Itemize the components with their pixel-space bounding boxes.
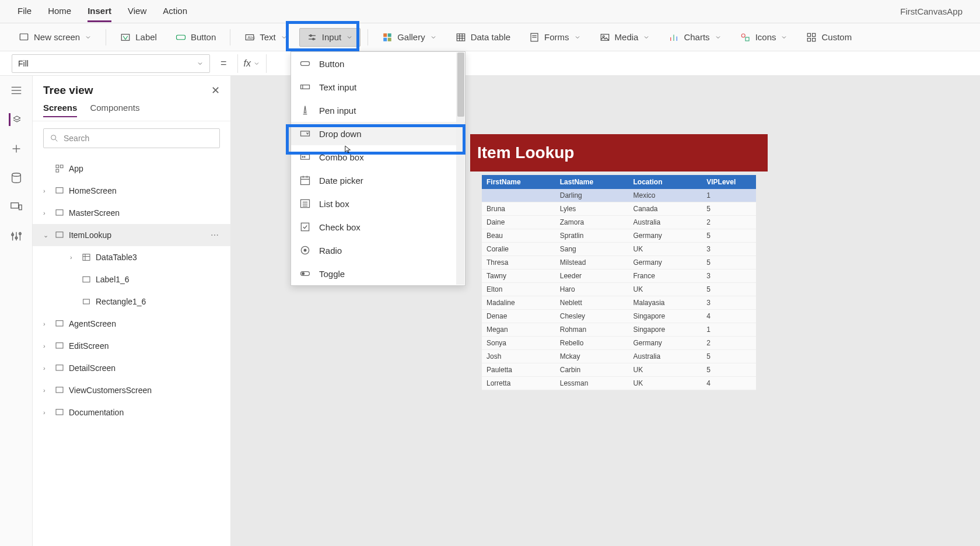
ribbon-new-screen[interactable]: New screen (12, 29, 99, 46)
table-row[interactable]: PaulettaCarbinUK5 (482, 363, 756, 377)
layers-icon[interactable] (9, 113, 22, 126)
dropdown-item-toggle[interactable]: Toggle (291, 262, 465, 285)
svg-rect-10 (388, 33, 391, 37)
ribbon-charts[interactable]: Charts (662, 29, 728, 46)
table-row[interactable]: DaineZamoraAustralia2 (482, 216, 756, 229)
tree-detailscreen[interactable]: › DetailScreen (33, 357, 230, 379)
tree-itemlookup[interactable]: ⌄ ItemLookup ⋯ (33, 224, 230, 246)
ribbon-button[interactable]: Button (169, 29, 223, 46)
svg-rect-30 (808, 38, 811, 41)
table-row[interactable]: DenaeChesleySingapore4 (482, 310, 756, 323)
table-row[interactable]: DarlingMexico1 (482, 189, 756, 202)
dropdown-item-drop-down[interactable]: Drop down (291, 122, 465, 145)
svg-rect-81 (301, 223, 309, 230)
property-dropdown[interactable]: Fill (12, 54, 210, 73)
tree-homescreen[interactable]: › HomeScreen (33, 180, 230, 202)
screen-icon (55, 186, 64, 195)
menu-insert[interactable]: Insert (88, 1, 111, 22)
svg-rect-31 (813, 38, 816, 41)
table-row[interactable]: JoshMckayAustralia5 (482, 350, 756, 363)
menu-action[interactable]: Action (163, 1, 187, 22)
svg-rect-62 (56, 365, 63, 370)
table-row[interactable]: CoralieSangUK3 (482, 243, 756, 256)
tree-label1-6[interactable]: Label1_6 (33, 268, 230, 290)
table-row[interactable]: TawnyLeederFrance3 (482, 270, 756, 283)
chevron-down-icon (346, 34, 353, 41)
lookup-header: Item Lookup (470, 134, 768, 172)
ribbon-input[interactable]: Input (299, 28, 360, 47)
ribbon: New screen Label Button Abc Text Input G… (0, 23, 980, 51)
dropdown-item-button[interactable]: Button (291, 52, 465, 75)
settings-icon[interactable] (10, 230, 23, 243)
table-row[interactable]: SonyaRebelloGermany2 (482, 337, 756, 350)
menubar: File Home Insert View Action FirstCanvas… (0, 0, 980, 23)
scrollbar-thumb[interactable] (457, 52, 464, 117)
dropdown-item-pen-input[interactable]: Pen input (291, 99, 465, 122)
tree-agentscreen[interactable]: › AgentScreen (33, 313, 230, 335)
table-row[interactable]: MeganRohmanSingapore1 (482, 323, 756, 337)
database-icon[interactable] (10, 172, 23, 184)
ribbon-text[interactable]: Abc Text (237, 29, 295, 46)
table-row[interactable]: MadalineNeblettMalayasia3 (482, 296, 756, 310)
menu-home[interactable]: Home (48, 1, 71, 22)
svg-rect-54 (56, 232, 63, 237)
tree-rectangle1-6[interactable]: Rectangle1_6 (33, 290, 230, 313)
search-input[interactable]: Search (43, 128, 220, 148)
close-icon[interactable]: ✕ (211, 84, 220, 97)
mouse-cursor-icon (344, 144, 352, 155)
tab-screens[interactable]: Screens (43, 103, 77, 117)
svg-rect-51 (56, 169, 59, 172)
hamburger-icon[interactable] (10, 84, 23, 97)
ribbon-datatable[interactable]: Data table (449, 29, 517, 46)
tab-components[interactable]: Components (90, 103, 139, 117)
dropdown-item-combo-box[interactable]: Combo box (291, 145, 465, 169)
table-row[interactable]: EltonHaroUK5 (482, 283, 756, 296)
sliders-icon (307, 32, 317, 43)
plus-icon[interactable] (10, 142, 23, 155)
menu-view[interactable]: View (128, 1, 146, 22)
dropdown-item-radio[interactable]: Radio (291, 239, 465, 262)
ribbon-label: New screen (34, 32, 80, 42)
dropdown-item-check-box[interactable]: Check box (291, 215, 465, 239)
menu-file[interactable]: File (18, 1, 32, 22)
tree-masterscreen[interactable]: › MasterScreen (33, 202, 230, 224)
ribbon-label[interactable]: Label (113, 29, 164, 46)
tree-app[interactable]: App (33, 158, 230, 180)
table-icon (82, 253, 91, 262)
ribbon-media[interactable]: Media (593, 29, 657, 46)
fx-button[interactable]: fx (237, 54, 267, 73)
dropdown-item-text-input[interactable]: Text input (291, 75, 465, 99)
dropdown-item-list-box[interactable]: List box (291, 192, 465, 215)
screen-icon (55, 341, 64, 351)
tree-editscreen[interactable]: › EditScreen (33, 335, 230, 357)
table-row[interactable]: LorrettaLessmanUK4 (482, 377, 756, 390)
devices-icon[interactable] (10, 201, 23, 214)
table-row[interactable]: BeauSpratlinGermany5 (482, 229, 756, 243)
table-row[interactable]: BrunaLylesCanada5 (482, 202, 756, 216)
svg-rect-73 (301, 177, 310, 184)
text-icon: Abc (244, 32, 255, 43)
svg-rect-0 (20, 34, 28, 40)
table-row[interactable]: ThresaMilsteadGermany5 (482, 256, 756, 270)
ribbon-icons[interactable]: Icons (733, 29, 795, 46)
svg-point-85 (302, 272, 304, 275)
dropdown-item-date-picker[interactable]: Date picker (291, 169, 465, 192)
tree-viewcustomersscreen[interactable]: › ViewCustomersScreen (33, 379, 230, 401)
chart-icon (668, 32, 679, 43)
tree-documentation[interactable]: › Documentation (33, 401, 230, 424)
search-icon (50, 134, 59, 143)
ribbon-forms[interactable]: Forms (522, 29, 588, 46)
tree-datatable3[interactable]: › DataTable3 (33, 246, 230, 268)
text-input-icon (299, 81, 311, 93)
chevron-down-icon (430, 34, 437, 41)
ribbon-custom[interactable]: Custom (799, 29, 859, 46)
ribbon-gallery[interactable]: Gallery (375, 29, 444, 46)
app-title: FirstCanvasApp (900, 6, 963, 16)
more-icon[interactable]: ⋯ (211, 230, 220, 240)
screen-icon (19, 32, 29, 43)
lookup-card: Item Lookup FirstName LastName Location … (470, 134, 768, 390)
chevron-down-icon (715, 34, 722, 41)
table-icon (456, 32, 466, 43)
svg-rect-11 (383, 37, 387, 41)
date-picker-icon (299, 174, 311, 186)
